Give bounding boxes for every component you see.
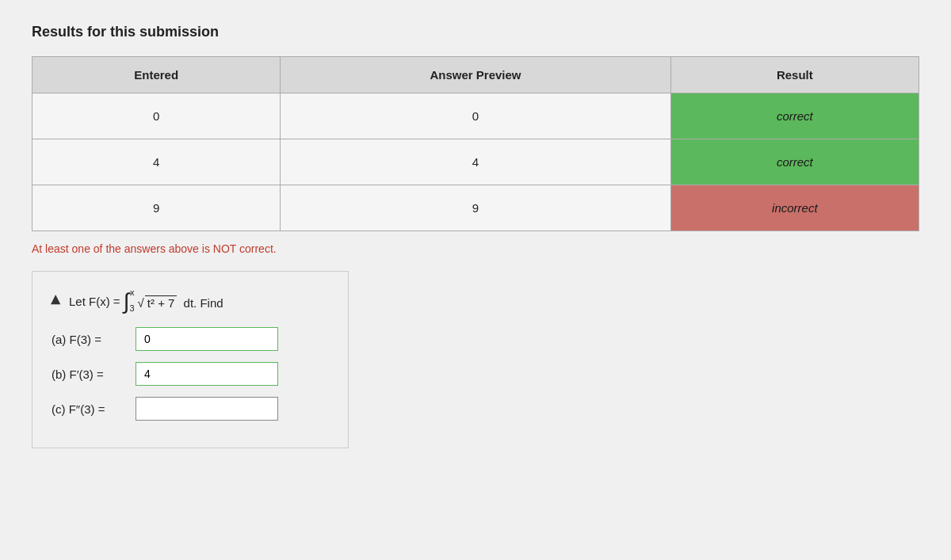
math-statement: Let F(x) = ∫ x 3 √ t² + 7 dt. Find xyxy=(69,288,223,310)
answer-row-0: (a) F(3) = xyxy=(52,327,329,351)
answer-input-2[interactable] xyxy=(136,397,278,421)
table-row: 44correct xyxy=(32,139,919,185)
cell-result: correct xyxy=(670,139,919,185)
cell-preview: 0 xyxy=(281,93,670,139)
question-box: ◀ Let F(x) = ∫ x 3 √ t² + 7 dt. Find (a)… xyxy=(32,271,349,448)
col-header-preview: Answer Preview xyxy=(281,57,670,93)
answer-label-1: (b) F′(3) = xyxy=(52,368,131,381)
integral-expression: ∫ x 3 √ t² + 7 dt. Find xyxy=(124,288,223,310)
warning-text: At least one of the answers above is NOT… xyxy=(32,242,919,255)
answer-label-0: (a) F(3) = xyxy=(52,333,131,346)
integral-lower: 3 xyxy=(129,303,134,313)
integral-symbol: ∫ xyxy=(124,291,130,313)
sqrt-content: t² + 7 xyxy=(145,295,178,310)
answer-row-1: (b) F′(3) = xyxy=(52,362,329,386)
cell-entered: 4 xyxy=(32,139,281,185)
integral-upper: x xyxy=(130,288,135,297)
cell-result: incorrect xyxy=(670,185,919,231)
answer-label-2: (c) F″(3) = xyxy=(52,402,131,416)
collapse-icon[interactable]: ◀ xyxy=(49,294,64,303)
sqrt-expression: √ t² + 7 xyxy=(138,295,178,310)
cell-preview: 9 xyxy=(281,185,670,231)
cell-entered: 0 xyxy=(32,93,281,139)
col-header-entered: Entered xyxy=(32,57,281,93)
cell-entered: 9 xyxy=(32,185,281,231)
answer-row-2: (c) F″(3) = xyxy=(52,397,329,421)
answer-parts: (a) F(3) =(b) F′(3) =(c) F″(3) = xyxy=(52,327,329,421)
statement-prefix: Let F(x) = xyxy=(69,295,120,308)
question-header: ◀ Let F(x) = ∫ x 3 √ t² + 7 dt. Find xyxy=(52,288,329,310)
page-title: Results for this submission xyxy=(32,24,919,40)
table-row: 00correct xyxy=(32,93,919,139)
answer-input-0[interactable] xyxy=(136,327,278,351)
integral-limits: x 3 xyxy=(129,291,134,310)
answer-input-1[interactable] xyxy=(136,362,278,386)
cell-preview: 4 xyxy=(281,139,670,185)
sqrt-symbol: √ xyxy=(138,296,144,310)
results-table: Entered Answer Preview Result 00correct4… xyxy=(32,56,919,231)
table-row: 99incorrect xyxy=(32,185,919,231)
dt-suffix: dt. Find xyxy=(184,296,223,310)
col-header-result: Result xyxy=(670,57,919,93)
cell-result: correct xyxy=(670,93,919,139)
